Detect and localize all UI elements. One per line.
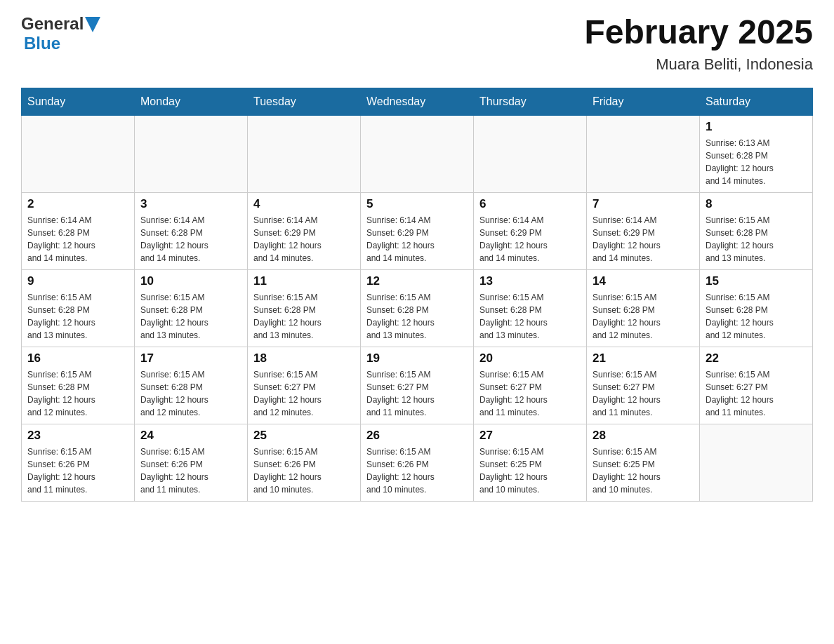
calendar-table: SundayMondayTuesdayWednesdayThursdayFrid… (21, 88, 813, 502)
day-info: Sunrise: 6:15 AM Sunset: 6:25 PM Dayligh… (479, 445, 581, 496)
calendar-week-row: 9Sunrise: 6:15 AM Sunset: 6:28 PM Daylig… (22, 269, 813, 347)
day-number: 2 (27, 197, 128, 211)
day-info: Sunrise: 6:15 AM Sunset: 6:27 PM Dayligh… (593, 368, 694, 419)
calendar-cell: 14Sunrise: 6:15 AM Sunset: 6:28 PM Dayli… (587, 269, 700, 347)
day-header-friday: Friday (587, 88, 700, 115)
calendar-cell: 2Sunrise: 6:14 AM Sunset: 6:28 PM Daylig… (22, 192, 135, 269)
day-info: Sunrise: 6:15 AM Sunset: 6:28 PM Dayligh… (27, 368, 128, 419)
day-number: 26 (366, 429, 468, 443)
logo: General Blue (21, 14, 100, 53)
calendar-cell: 12Sunrise: 6:15 AM Sunset: 6:28 PM Dayli… (361, 269, 474, 347)
day-number: 3 (140, 197, 241, 211)
svg-marker-0 (85, 17, 100, 32)
day-info: Sunrise: 6:15 AM Sunset: 6:28 PM Dayligh… (366, 291, 468, 342)
day-number: 18 (253, 351, 355, 365)
day-header-tuesday: Tuesday (248, 88, 361, 115)
day-header-wednesday: Wednesday (361, 88, 474, 115)
day-info: Sunrise: 6:13 AM Sunset: 6:28 PM Dayligh… (706, 137, 807, 187)
days-header-row: SundayMondayTuesdayWednesdayThursdayFrid… (22, 88, 813, 115)
calendar-cell: 7Sunrise: 6:14 AM Sunset: 6:29 PM Daylig… (587, 192, 700, 269)
day-number: 8 (706, 197, 807, 211)
day-info: Sunrise: 6:15 AM Sunset: 6:27 PM Dayligh… (706, 368, 807, 419)
calendar-cell: 5Sunrise: 6:14 AM Sunset: 6:29 PM Daylig… (361, 192, 474, 269)
calendar-cell: 3Sunrise: 6:14 AM Sunset: 6:28 PM Daylig… (135, 192, 248, 269)
day-number: 23 (27, 429, 128, 443)
day-info: Sunrise: 6:15 AM Sunset: 6:27 PM Dayligh… (366, 368, 468, 419)
calendar-cell: 15Sunrise: 6:15 AM Sunset: 6:28 PM Dayli… (700, 269, 813, 347)
calendar-cell: 22Sunrise: 6:15 AM Sunset: 6:27 PM Dayli… (700, 347, 813, 424)
day-info: Sunrise: 6:15 AM Sunset: 6:27 PM Dayligh… (253, 368, 355, 419)
day-number: 12 (366, 274, 468, 288)
calendar-subtitle: Muara Beliti, Indonesia (584, 55, 813, 74)
day-info: Sunrise: 6:15 AM Sunset: 6:27 PM Dayligh… (479, 368, 581, 419)
calendar-cell: 25Sunrise: 6:15 AM Sunset: 6:26 PM Dayli… (248, 424, 361, 501)
day-info: Sunrise: 6:15 AM Sunset: 6:26 PM Dayligh… (366, 445, 468, 496)
day-number: 15 (706, 274, 807, 288)
day-info: Sunrise: 6:15 AM Sunset: 6:28 PM Dayligh… (140, 291, 241, 342)
calendar-cell (474, 115, 587, 192)
day-number: 7 (593, 197, 694, 211)
day-info: Sunrise: 6:15 AM Sunset: 6:26 PM Dayligh… (27, 445, 128, 496)
calendar-cell: 11Sunrise: 6:15 AM Sunset: 6:28 PM Dayli… (248, 269, 361, 347)
calendar-cell (22, 115, 135, 192)
calendar-title: February 2025 (584, 14, 813, 51)
calendar-cell: 16Sunrise: 6:15 AM Sunset: 6:28 PM Dayli… (22, 347, 135, 424)
day-info: Sunrise: 6:14 AM Sunset: 6:29 PM Dayligh… (253, 214, 355, 264)
calendar-cell: 18Sunrise: 6:15 AM Sunset: 6:27 PM Dayli… (248, 347, 361, 424)
day-header-saturday: Saturday (700, 88, 813, 115)
day-info: Sunrise: 6:15 AM Sunset: 6:28 PM Dayligh… (253, 291, 355, 342)
day-info: Sunrise: 6:15 AM Sunset: 6:25 PM Dayligh… (593, 445, 694, 496)
title-section: February 2025 Muara Beliti, Indonesia (584, 14, 813, 74)
calendar-cell: 4Sunrise: 6:14 AM Sunset: 6:29 PM Daylig… (248, 192, 361, 269)
calendar-cell: 26Sunrise: 6:15 AM Sunset: 6:26 PM Dayli… (361, 424, 474, 501)
day-info: Sunrise: 6:14 AM Sunset: 6:28 PM Dayligh… (27, 214, 128, 264)
calendar-cell: 13Sunrise: 6:15 AM Sunset: 6:28 PM Dayli… (474, 269, 587, 347)
calendar-cell: 17Sunrise: 6:15 AM Sunset: 6:28 PM Dayli… (135, 347, 248, 424)
day-number: 11 (253, 274, 355, 288)
calendar-cell: 6Sunrise: 6:14 AM Sunset: 6:29 PM Daylig… (474, 192, 587, 269)
calendar-header: SundayMondayTuesdayWednesdayThursdayFrid… (22, 88, 813, 115)
day-number: 13 (479, 274, 581, 288)
day-info: Sunrise: 6:14 AM Sunset: 6:29 PM Dayligh… (479, 214, 581, 264)
day-number: 6 (479, 197, 581, 211)
day-info: Sunrise: 6:15 AM Sunset: 6:26 PM Dayligh… (253, 445, 355, 496)
day-info: Sunrise: 6:15 AM Sunset: 6:28 PM Dayligh… (479, 291, 581, 342)
calendar-cell: 20Sunrise: 6:15 AM Sunset: 6:27 PM Dayli… (474, 347, 587, 424)
day-header-monday: Monday (135, 88, 248, 115)
day-number: 5 (366, 197, 468, 211)
day-number: 25 (253, 429, 355, 443)
logo-triangle-icon (85, 17, 100, 32)
day-header-thursday: Thursday (474, 88, 587, 115)
day-info: Sunrise: 6:15 AM Sunset: 6:28 PM Dayligh… (140, 368, 241, 419)
day-info: Sunrise: 6:15 AM Sunset: 6:28 PM Dayligh… (706, 291, 807, 342)
day-number: 14 (593, 274, 694, 288)
calendar-week-row: 2Sunrise: 6:14 AM Sunset: 6:28 PM Daylig… (22, 192, 813, 269)
day-number: 20 (479, 351, 581, 365)
day-info: Sunrise: 6:14 AM Sunset: 6:28 PM Dayligh… (140, 214, 241, 264)
day-number: 24 (140, 429, 241, 443)
calendar-cell: 8Sunrise: 6:15 AM Sunset: 6:28 PM Daylig… (700, 192, 813, 269)
calendar-week-row: 23Sunrise: 6:15 AM Sunset: 6:26 PM Dayli… (22, 424, 813, 501)
day-header-sunday: Sunday (22, 88, 135, 115)
calendar-cell: 10Sunrise: 6:15 AM Sunset: 6:28 PM Dayli… (135, 269, 248, 347)
day-info: Sunrise: 6:15 AM Sunset: 6:28 PM Dayligh… (27, 291, 128, 342)
calendar-week-row: 1Sunrise: 6:13 AM Sunset: 6:28 PM Daylig… (22, 115, 813, 192)
day-number: 10 (140, 274, 241, 288)
day-info: Sunrise: 6:14 AM Sunset: 6:29 PM Dayligh… (366, 214, 468, 264)
page-header: General Blue February 2025 Muara Beliti,… (21, 14, 813, 74)
calendar-cell: 23Sunrise: 6:15 AM Sunset: 6:26 PM Dayli… (22, 424, 135, 501)
logo-blue-text: Blue (24, 34, 60, 53)
day-number: 1 (706, 120, 807, 134)
calendar-cell: 24Sunrise: 6:15 AM Sunset: 6:26 PM Dayli… (135, 424, 248, 501)
calendar-cell (587, 115, 700, 192)
logo-general-text: General (21, 14, 84, 34)
day-number: 16 (27, 351, 128, 365)
day-number: 19 (366, 351, 468, 365)
calendar-cell: 1Sunrise: 6:13 AM Sunset: 6:28 PM Daylig… (700, 115, 813, 192)
day-number: 21 (593, 351, 694, 365)
calendar-cell (248, 115, 361, 192)
day-number: 27 (479, 429, 581, 443)
calendar-week-row: 16Sunrise: 6:15 AM Sunset: 6:28 PM Dayli… (22, 347, 813, 424)
day-info: Sunrise: 6:15 AM Sunset: 6:26 PM Dayligh… (140, 445, 241, 496)
day-number: 4 (253, 197, 355, 211)
